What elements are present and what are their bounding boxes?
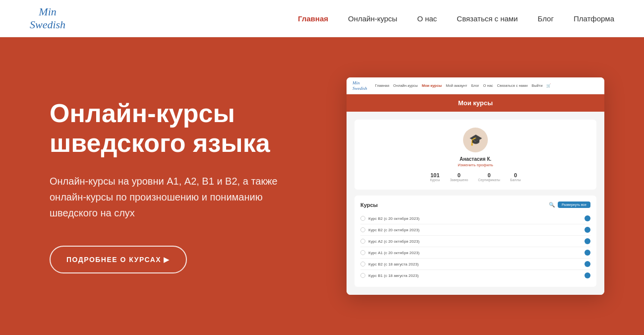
hero-left: Онлайн-курсы шведского языка Онлайн-курс… [50,99,307,273]
hero-title: Онлайн-курсы шведского языка [50,99,307,158]
course-name: Курс А1 (с 20 октября 2023) [368,251,419,255]
list-item: Курс В2 (с 20 октября 2023) [360,213,590,224]
preview-course-left: Курс А1 (с 20 октября 2023) [360,250,419,255]
nav-item-platform[interactable]: Платформа [574,14,614,23]
main-nav: Главная Онлайн-курсы О нас Связаться с н… [298,14,614,23]
preview-nav-links: Главная Онлайн-курсы Мои курсы Мой аккау… [375,83,598,88]
preview-nav-blog: Блог [471,83,479,88]
preview-stat-completed-num: 0 [450,172,468,178]
preview-stat-completed-label: Завершено [450,178,468,182]
course-status-dot [585,227,590,233]
list-item: Курс В1 (с 18 августа 2023) [360,270,590,281]
course-status-dot [585,215,590,221]
course-checkbox[interactable] [360,273,365,278]
preview-stat-courses: 101 Курсы [430,172,440,182]
hero-cta-button[interactable]: ПОДРОБНЕЕ О КУРСАХ ▶ [50,246,187,273]
preview-nav-logout: Выйти [531,83,542,88]
preview-search-icon[interactable]: 🔍 [549,202,555,207]
list-item: Курс В2 (с 20 октября 2023) [360,224,590,236]
course-checkbox[interactable] [360,216,365,221]
preview-stat-points-label: Баллы [510,178,521,182]
list-item: Курс В2 (с 18 августа 2023) [360,259,590,270]
preview-expand-button[interactable]: Развернуть все [558,201,590,208]
preview-stat-courses-label: Курсы [430,178,440,182]
course-checkbox[interactable] [360,262,365,267]
preview-courses-title: Курсы [360,202,378,208]
logo[interactable]: Min Swedish [30,5,65,32]
logo-line1: Min [39,5,56,18]
preview-course-left: Курс В1 (с 18 августа 2023) [360,273,419,278]
preview-course-left: Курс В2 (с 20 октября 2023) [360,227,419,232]
preview-courses-header: Курсы 🔍 Развернуть все [360,201,590,208]
preview-course-left: Курс А2 (с 20 октября 2023) [360,239,419,244]
preview-navbar: Min Swedish Главная Онлайн-курсы Мои кур… [347,77,604,95]
course-name: Курс В2 (с 20 октября 2023) [368,216,419,221]
preview-course-left: Курс В2 (с 20 октября 2023) [360,216,419,221]
course-name: Курс В2 (с 18 августа 2023) [368,262,419,267]
preview-courses-section: Курсы 🔍 Развернуть все Курс В2 (с 20 окт… [354,196,596,287]
nav-item-home[interactable]: Главная [298,14,328,23]
course-checkbox[interactable] [360,250,365,255]
preview-logo-line2: Swedish [352,86,367,91]
preview-edit-link[interactable]: Изменить профиль [362,163,588,167]
preview-stat-points: 0 Баллы [510,172,521,182]
nav-item-blog[interactable]: Блог [537,14,553,23]
preview-nav-cart-icon: 🛒 [546,83,551,88]
course-status-dot [585,261,590,267]
nav-item-contact[interactable]: Связаться с нами [457,14,518,23]
preview-nav-courses: Онлайн-курсы [393,83,418,88]
preview-nav-home: Главная [375,83,390,88]
preview-user-card: 🎓 Анастасия К. Изменить профиль 101 Курс… [354,120,596,190]
preview-nav-mycourses: Мои курсы [422,83,442,88]
hero-subtitle: Онлайн-курсы на уровни А1, А2, В1 и В2, … [50,173,307,221]
platform-preview: Min Swedish Главная Онлайн-курсы Мои кур… [347,77,604,295]
preview-nav-about: О нас [483,83,493,88]
list-item: Курс А1 (с 20 октября 2023) [360,247,590,259]
course-name: Курс В2 (с 20 октября 2023) [368,228,419,232]
preview-stat-certs-num: 0 [478,172,500,178]
preview-header-title: Мои курсы [458,99,493,107]
preview-nav-account: Мой аккаунт [446,83,467,88]
course-status-dot [585,272,590,278]
preview-stats: 101 Курсы 0 Завершено 0 Сертификаты 0 Ба… [362,172,588,182]
preview-stat-certs-label: Сертификаты [478,178,500,182]
nav-item-courses[interactable]: Онлайн-курсы [348,14,397,23]
preview-stat-completed: 0 Завершено [450,172,468,182]
preview-logo-line1: Min [352,80,360,85]
course-status-dot [585,238,590,244]
main-header: Min Swedish Главная Онлайн-курсы О нас С… [0,0,644,37]
course-checkbox[interactable] [360,227,365,232]
preview-courses-controls: 🔍 Развернуть все [549,201,590,208]
preview-nav-contact: Связаться с нами [497,83,528,88]
course-status-dot [585,250,590,256]
preview-header-bar: Мои курсы [347,94,604,112]
preview-stat-courses-num: 101 [430,172,440,178]
preview-stat-certs: 0 Сертификаты [478,172,500,182]
course-name: Курс В1 (с 18 августа 2023) [368,273,419,278]
nav-item-about[interactable]: О нас [417,14,437,23]
preview-stat-points-num: 0 [510,172,521,178]
preview-username: Анастасия К. [362,156,588,162]
preview-avatar: 🎓 [463,128,488,152]
preview-content: 🎓 Анастасия К. Изменить профиль 101 Курс… [347,112,604,295]
logo-line2: Swedish [30,18,65,31]
course-name: Курс А2 (с 20 октября 2023) [368,239,419,244]
course-checkbox[interactable] [360,239,365,244]
hero-section: Онлайн-курсы шведского языка Онлайн-курс… [0,37,644,335]
preview-course-left: Курс В2 (с 18 августа 2023) [360,262,419,267]
list-item: Курс А2 (с 20 октября 2023) [360,236,590,247]
preview-logo: Min Swedish [352,80,367,91]
